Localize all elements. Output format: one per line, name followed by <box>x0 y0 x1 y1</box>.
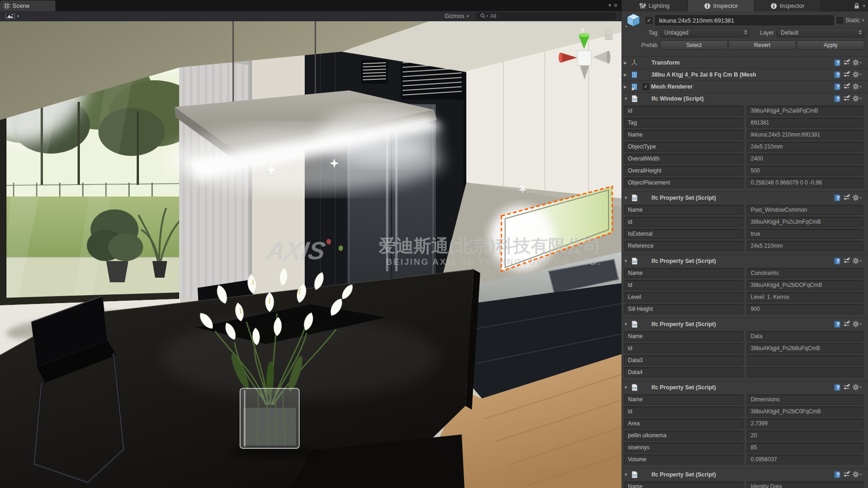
gear-icon[interactable]: ▾ <box>852 71 862 78</box>
panel-menu-icon[interactable]: ≡ <box>614 2 617 9</box>
property-value-field[interactable]: 0.0956037 <box>747 454 863 464</box>
panel-caret-icon[interactable]: ▾ <box>609 2 611 8</box>
scene-3d-viewport[interactable]: AXIS 爱迪斯通(北京)科技有限公司 BEIJING AXIS 3D TECH… <box>0 21 621 488</box>
gameobject-cube-icon[interactable]: ▾ <box>626 13 643 28</box>
property-value-field[interactable]: ikkuna:24x5 210mm:691381 <box>747 130 863 140</box>
foldout-arrow-icon[interactable]: ▼ <box>624 322 630 327</box>
property-value-field[interactable]: 691381 <box>747 118 863 128</box>
help-icon[interactable]: ? <box>834 257 841 265</box>
property-value-field[interactable]: 38buAKtgj4_Ps2b8uFqCmB <box>747 343 863 353</box>
preset-icon[interactable] <box>843 71 850 78</box>
preset-icon[interactable] <box>843 384 850 391</box>
component-header[interactable]: ▶ 38bu A Ktgj 4_Ps 2ai 8 Fq Cm B (Mesh ?… <box>621 68 868 80</box>
gear-icon[interactable]: ▾ <box>852 321 862 327</box>
component-header[interactable]: ▼ C# Ifc Property Set (Script) ? ▾ <box>621 255 868 267</box>
foldout-arrow-icon[interactable]: ▶ <box>624 60 630 65</box>
component-header[interactable]: ▼ C# Ifc Property Set (Script) ? ▾ <box>621 381 868 393</box>
property-label: Data4 <box>624 367 743 377</box>
component-header[interactable]: ▼ C# Ifc Property Set (Script) ? ▾ <box>621 318 868 330</box>
prefab-apply-button[interactable]: Apply <box>797 41 864 50</box>
property-value-field[interactable]: 500 <box>747 166 863 176</box>
component: ▶ 38bu A Ktgj 4_Ps 2ai 8 Fq Cm B (Mesh ?… <box>621 68 868 80</box>
foldout-arrow-icon[interactable]: ▶ <box>624 84 630 89</box>
layer-dropdown[interactable]: Default <box>777 28 864 37</box>
preset-icon[interactable] <box>843 471 850 478</box>
property-value-field[interactable]: 24x5 210mm <box>747 241 863 251</box>
gear-icon[interactable]: ▾ <box>852 384 862 391</box>
gear-icon[interactable]: ▾ <box>852 83 862 90</box>
gear-icon[interactable]: ▾ <box>852 471 862 478</box>
preset-icon[interactable] <box>843 257 850 264</box>
help-icon[interactable]: ? <box>834 59 841 66</box>
panel-caret-icon[interactable]: ▾ <box>863 3 865 8</box>
component-header[interactable]: ▶ Transform ? ▾ <box>621 56 868 68</box>
property-value-field[interactable]: Level: 1. Kerros <box>747 292 863 302</box>
tag-dropdown[interactable]: Untagged <box>660 28 750 37</box>
property-value-field[interactable]: Pset_WindowCommon <box>747 205 863 215</box>
component-header[interactable]: ▼ C# Ifc Window (Script) ? ▾ <box>621 92 868 104</box>
tab-lighting[interactable]: Lighting <box>621 0 688 12</box>
static-checkbox[interactable] <box>837 17 843 24</box>
gear-icon[interactable]: ▾ <box>852 257 862 264</box>
component-header[interactable]: ▼ C# Ifc Property Set (Script) ? ▾ <box>621 191 868 203</box>
property-value-field[interactable]: 24x5 210mm <box>747 142 863 152</box>
foldout-arrow-icon[interactable]: ▶ <box>624 72 630 77</box>
component-enabled-checkbox[interactable]: ✓ <box>643 83 649 90</box>
component: ▼ C# Ifc Window (Script) ? ▾ id 38buAKtg… <box>621 92 868 191</box>
property-value-field[interactable]: 900 <box>747 304 863 314</box>
preset-icon[interactable] <box>843 83 850 90</box>
foldout-arrow-icon[interactable]: ▼ <box>624 196 630 200</box>
component-properties: Name Constraints id 38buAKtgj4_Ps2bDOFqC… <box>621 267 868 318</box>
object-name-input[interactable]: ikkuna:24x5 210mm:691381 <box>655 15 834 25</box>
tab-scene[interactable]: Scene <box>0 0 55 11</box>
property-value-field[interactable]: 20 <box>747 430 863 440</box>
property-value-field[interactable]: 0.258246 0.966079 0 0 -0.96 <box>747 178 863 188</box>
gear-icon[interactable]: ▾ <box>852 59 862 66</box>
property-value-field[interactable]: Dimensions <box>747 394 863 405</box>
chevron-down-icon: ▾ <box>625 24 627 29</box>
foldout-arrow-icon[interactable]: ▼ <box>624 96 630 101</box>
help-icon[interactable]: ? <box>834 71 841 78</box>
preset-icon[interactable] <box>843 194 850 201</box>
foldout-arrow-icon[interactable]: ▼ <box>624 385 630 390</box>
property-value-field[interactable]: 38buAKtgj4_Ps2bC0FqCmB <box>747 406 863 417</box>
property-value-field[interactable]: 85 <box>747 442 863 452</box>
property-value-field[interactable]: 38buAKtgj4_Ps2bDOFqCmB <box>747 280 863 290</box>
property-value-field[interactable]: 38buAKtgj4_Ps2ai8FqCmB <box>747 106 863 116</box>
property-value-field[interactable] <box>747 355 863 365</box>
property-value-field[interactable]: 2.7399 <box>747 418 863 428</box>
tab-inspector[interactable]: Inspector <box>688 0 754 12</box>
static-dropdown-icon[interactable]: ▾ <box>862 18 864 23</box>
help-icon[interactable]: ? <box>834 384 841 391</box>
property-value-field[interactable]: 2400 <box>747 154 863 164</box>
component-header[interactable]: ▶ ✓ Mesh Renderer ? ▾ <box>621 80 868 92</box>
property-value-field[interactable]: Identity Data <box>747 482 863 488</box>
scene-search-input[interactable]: ▾ All <box>476 12 616 20</box>
gear-icon[interactable]: ▾ <box>852 194 862 201</box>
property-value-field[interactable]: 38buAKtgj4_Ps2cJmFqCmB <box>747 217 863 227</box>
property-value-field[interactable]: true <box>747 229 863 239</box>
preset-icon[interactable] <box>843 95 850 102</box>
active-checkbox[interactable]: ✓ <box>645 17 652 24</box>
property-value-field[interactable]: Data <box>747 331 863 341</box>
prefab-revert-button[interactable]: Revert <box>729 41 796 50</box>
property-value-field[interactable]: Constraints <box>747 268 863 278</box>
property-value-field[interactable] <box>747 367 863 377</box>
tab-inspector-2[interactable]: Inspector <box>754 0 821 12</box>
component-header[interactable]: ▼ C# Ifc Property Set (Script) ? ▾ <box>621 468 868 480</box>
component-title: Ifc Property Set (Script) <box>651 321 830 327</box>
help-icon[interactable]: ? <box>834 471 841 478</box>
prefab-select-button[interactable]: Select <box>660 41 728 50</box>
gear-icon[interactable]: ▾ <box>852 95 862 102</box>
foldout-arrow-icon[interactable]: ▼ <box>624 472 630 477</box>
help-icon[interactable]: ? <box>834 194 841 202</box>
gizmos-button[interactable]: Gizmos ▾ <box>442 12 471 20</box>
preset-icon[interactable] <box>843 59 850 66</box>
preset-icon[interactable] <box>843 321 850 327</box>
help-icon[interactable]: ? <box>834 95 841 102</box>
foldout-arrow-icon[interactable]: ▼ <box>624 259 630 263</box>
help-icon[interactable]: ? <box>834 321 841 328</box>
lock-icon[interactable] <box>854 3 859 9</box>
help-icon[interactable]: ? <box>834 83 841 90</box>
draw-mode-dropdown[interactable]: ▾ <box>5 12 19 20</box>
